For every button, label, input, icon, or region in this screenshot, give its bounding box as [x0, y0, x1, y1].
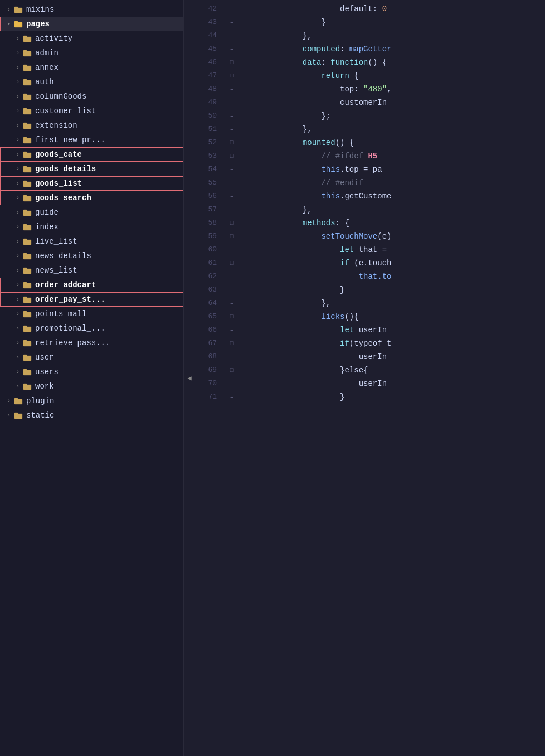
sidebar-item-news_details[interactable]: › news_details	[0, 249, 183, 263]
chevron-icon-promotional[interactable]: ›	[13, 324, 22, 333]
sidebar-item-goods_details[interactable]: › goods_details	[0, 162, 183, 176]
sidebar-item-work[interactable]: › work	[0, 379, 183, 394]
chevron-icon-user[interactable]: ›	[13, 353, 22, 362]
sidebar-item-order_pay_st[interactable]: › order_pay_st...	[0, 292, 183, 307]
folder-icon-static	[13, 410, 23, 420]
sidebar-item-label-index: index	[35, 222, 59, 231]
chevron-icon-activity[interactable]: ›	[13, 34, 22, 43]
line-number: 43	[195, 16, 221, 29]
chevron-icon-static[interactable]: ›	[4, 411, 13, 420]
chevron-icon-live_list[interactable]: ›	[13, 237, 22, 246]
sidebar-item-goods_search[interactable]: › goods_search	[0, 191, 183, 205]
chevron-icon-work[interactable]: ›	[13, 382, 22, 391]
sidebar-item-label-points_mall: points_mall	[35, 309, 86, 318]
chevron-icon-goods_details[interactable]: ›	[13, 164, 22, 173]
chevron-icon-columnGoods[interactable]: ›	[13, 92, 22, 101]
file-tree-sidebar[interactable]: › mixins▾ pages› activity› admin› annex›…	[0, 0, 184, 756]
chevron-icon-extension[interactable]: ›	[13, 121, 22, 130]
sidebar-item-label-mixins: mixins	[26, 5, 54, 14]
chevron-icon-news_list[interactable]: ›	[13, 266, 22, 275]
sidebar-item-extension[interactable]: › extension	[0, 118, 183, 133]
fold-marker[interactable]: □	[226, 56, 237, 69]
sidebar-collapse-button[interactable]: ◀	[184, 0, 195, 756]
sidebar-item-auth[interactable]: › auth	[0, 75, 183, 89]
sidebar-item-mixins[interactable]: › mixins	[0, 2, 183, 17]
fold-marker: –	[226, 377, 237, 390]
sidebar-item-label-extension: extension	[35, 121, 77, 130]
sidebar-item-guide[interactable]: › guide	[0, 205, 183, 220]
chevron-icon-order_addcart[interactable]: ›	[13, 280, 22, 289]
line-number: 63	[195, 283, 221, 297]
sidebar-item-users[interactable]: › users	[0, 365, 183, 379]
chevron-icon-mixins[interactable]: ›	[4, 5, 13, 14]
fold-marker[interactable]: □	[226, 136, 237, 149]
sidebar-item-static[interactable]: › static	[0, 408, 183, 423]
chevron-icon-goods_list[interactable]: ›	[13, 179, 22, 188]
sidebar-item-promotional[interactable]: › promotional_...	[0, 321, 183, 336]
chevron-icon-annex[interactable]: ›	[13, 63, 22, 72]
chevron-icon-first_new_pr[interactable]: ›	[13, 135, 22, 144]
chevron-icon-goods_search[interactable]: ›	[13, 193, 22, 202]
fold-marker[interactable]: □	[226, 230, 237, 243]
line-number: 46	[195, 56, 221, 69]
chevron-icon-retrieve_pass[interactable]: ›	[13, 338, 22, 347]
line-number: 60	[195, 243, 221, 256]
line-number: 58	[195, 216, 221, 230]
folder-icon-guide	[22, 207, 32, 217]
sidebar-item-points_mall[interactable]: › points_mall	[0, 307, 183, 321]
chevron-icon-users[interactable]: ›	[13, 367, 22, 376]
code-line: mounted() {	[246, 136, 545, 149]
sidebar-item-news_list[interactable]: › news_list	[0, 263, 183, 278]
folder-icon-mixins	[13, 4, 23, 14]
sidebar-item-order_addcart[interactable]: › order_addcart	[0, 278, 183, 292]
sidebar-item-label-news_details: news_details	[35, 251, 91, 260]
chevron-icon-news_details[interactable]: ›	[13, 251, 22, 260]
code-line: },	[246, 203, 545, 216]
code-line: licks(){	[246, 310, 545, 323]
chevron-icon-guide[interactable]: ›	[13, 208, 22, 217]
fold-marker[interactable]: □	[226, 216, 237, 230]
chevron-icon-auth[interactable]: ›	[13, 77, 22, 86]
sidebar-item-retrieve_pass[interactable]: › retrieve_pass...	[0, 336, 183, 350]
fold-marker: –	[226, 83, 237, 96]
sidebar-item-first_new_pr[interactable]: › first_new_pr...	[0, 133, 183, 147]
sidebar-item-annex[interactable]: › annex	[0, 60, 183, 75]
code-line: that.to	[246, 270, 545, 283]
fold-marker[interactable]: □	[226, 256, 237, 270]
folder-icon-customer_list	[22, 106, 32, 116]
code-line: if (e.touch	[246, 256, 545, 270]
code-line: }	[246, 390, 545, 404]
sidebar-item-goods_cate[interactable]: › goods_cate	[0, 147, 183, 162]
sidebar-item-index[interactable]: › index	[0, 220, 183, 234]
code-line: default: 0	[246, 2, 545, 16]
fold-marker: –	[226, 323, 237, 337]
chevron-icon-plugin[interactable]: ›	[4, 396, 13, 405]
sidebar-item-activity[interactable]: › activity	[0, 31, 183, 46]
chevron-icon-pages[interactable]: ▾	[4, 20, 13, 28]
chevron-icon-index[interactable]: ›	[13, 222, 22, 231]
chevron-icon-goods_cate[interactable]: ›	[13, 150, 22, 159]
chevron-icon-order_pay_st[interactable]: ›	[13, 295, 22, 304]
fold-marker[interactable]: □	[226, 310, 237, 323]
sidebar-item-label-plugin: plugin	[26, 396, 54, 405]
fold-marker[interactable]: □	[226, 69, 237, 83]
fold-marker[interactable]: □	[226, 149, 237, 163]
fold-marker[interactable]: □	[226, 337, 237, 350]
line-number: 68	[195, 350, 221, 364]
chevron-icon-admin[interactable]: ›	[13, 49, 22, 57]
line-number: 61	[195, 256, 221, 270]
sidebar-item-customer_list[interactable]: › customer_list	[0, 104, 183, 118]
sidebar-item-goods_list[interactable]: › goods_list	[0, 176, 183, 191]
sidebar-item-columnGoods[interactable]: › columnGoods	[0, 89, 183, 104]
sidebar-item-plugin[interactable]: › plugin	[0, 394, 183, 408]
chevron-icon-points_mall[interactable]: ›	[13, 309, 22, 318]
line-number: 67	[195, 337, 221, 350]
chevron-icon-customer_list[interactable]: ›	[13, 106, 22, 115]
sidebar-item-live_list[interactable]: › live_list	[0, 234, 183, 249]
sidebar-item-pages[interactable]: ▾ pages	[0, 17, 183, 31]
sidebar-item-user[interactable]: › user	[0, 350, 183, 365]
folder-icon-columnGoods	[22, 91, 32, 101]
fold-marker[interactable]: □	[226, 364, 237, 377]
folder-icon-news_list	[22, 265, 32, 275]
sidebar-item-admin[interactable]: › admin	[0, 46, 183, 60]
